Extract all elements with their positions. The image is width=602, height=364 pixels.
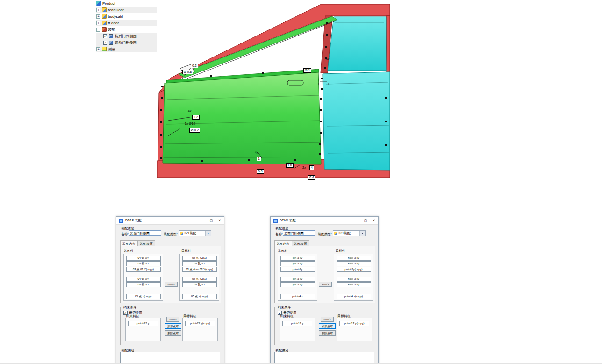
gdt-callout: Ø 0.2 bbox=[189, 128, 200, 133]
assembly-content-panel: 装配件 目标件 pin-3 xy pin-3 xy point-2y pin-3… bbox=[274, 246, 375, 303]
tree-item-rear-door[interactable]: + rear Door bbox=[96, 7, 157, 13]
maximize-button[interactable]: ▢ bbox=[361, 217, 370, 224]
tree-item-assembly-front-door[interactable]: 装前门到侧围 bbox=[96, 39, 157, 46]
chevron-down-icon[interactable] bbox=[205, 231, 211, 236]
list-item[interactable]: 04 销 XY bbox=[126, 256, 161, 261]
expand-icon[interactable]: + bbox=[96, 8, 100, 12]
expand-icon[interactable]: + bbox=[96, 21, 100, 25]
chevron-down-icon[interactable] bbox=[359, 231, 365, 236]
tree-item-measure[interactable]: + 测量 bbox=[96, 46, 157, 52]
swap-button[interactable]: <----> bbox=[166, 317, 179, 322]
list-item[interactable]: 03 点 door 03 Y(copy) bbox=[182, 267, 217, 272]
delete-pair-button[interactable]: 删除点对 bbox=[319, 330, 336, 336]
list-item[interactable]: point-17 y bbox=[282, 321, 312, 326]
assembly-content-panel: 装配件 目标件 04 销 XY 04 销 YZ 03 点 03 Y(copy) … bbox=[120, 246, 221, 303]
constraint-feature-list[interactable]: point-17 y bbox=[280, 318, 315, 341]
swap-button[interactable]: <----> bbox=[165, 282, 178, 287]
maximize-button[interactable]: ▢ bbox=[207, 217, 215, 224]
minimize-button[interactable]: — bbox=[199, 217, 207, 224]
list-item[interactable]: point-17 y(copy) bbox=[339, 321, 369, 326]
assembly-icon bbox=[102, 27, 107, 32]
tree-item-label: rear Door bbox=[108, 8, 124, 12]
minimize-button[interactable]: — bbox=[353, 217, 361, 224]
type-label: 装配类型: bbox=[164, 232, 178, 236]
list-item[interactable]: point-22 y(copy) bbox=[185, 321, 215, 326]
expand-icon[interactable]: + bbox=[96, 47, 100, 51]
list-item[interactable]: pin-3 xy bbox=[280, 277, 315, 282]
list-item[interactable]: 04 销 XY bbox=[126, 277, 161, 282]
add-pair-button[interactable]: 添加点对 bbox=[165, 323, 181, 329]
cad-viewport[interactable] bbox=[154, 4, 390, 180]
assembly-feature-icon bbox=[109, 41, 113, 45]
dialog-titlebar[interactable]: DTAS-装配 — ▢ ✕ bbox=[116, 217, 224, 225]
assembly-parts-label: 装配件 bbox=[278, 249, 288, 253]
checkbox-checked-icon[interactable] bbox=[103, 34, 108, 38]
tree-item-assembly-rear-door[interactable]: 装后门到侧围 bbox=[96, 33, 157, 39]
tree-item-label: bodysaid bbox=[108, 14, 123, 19]
tab-assembly-content[interactable]: 装配内容 bbox=[274, 240, 292, 246]
list-item[interactable]: 04 孔 YZ bbox=[182, 282, 217, 287]
list-item[interactable]: point-2y(copy) bbox=[337, 267, 371, 272]
close-button[interactable]: ✕ bbox=[370, 217, 378, 224]
list-item[interactable]: hole-3 xy bbox=[337, 282, 371, 287]
close-button[interactable]: ✕ bbox=[215, 217, 224, 224]
measure-icon bbox=[102, 47, 107, 51]
specification-tree: Product + rear Door + bodysaid + fr door… bbox=[96, 0, 157, 52]
list-item[interactable]: 04 孔 YZ(1) bbox=[182, 256, 217, 261]
swap-button[interactable]: <----> bbox=[319, 282, 332, 287]
list-item[interactable]: hole-3 xy bbox=[337, 277, 371, 282]
swap-button[interactable]: <----> bbox=[321, 317, 334, 322]
expand-icon[interactable]: + bbox=[96, 14, 100, 19]
tree-root-product[interactable]: Product bbox=[96, 0, 157, 7]
list-item[interactable]: pin-3 xy bbox=[280, 261, 315, 266]
dialog-title: DTAS-装配 bbox=[125, 218, 199, 223]
list-item[interactable]: 04 孔 YZ bbox=[182, 261, 217, 266]
target-feature-list[interactable]: point-22 y(copy) bbox=[182, 318, 218, 341]
target-parts-list[interactable]: hole-3 xy hole-3 xy point-2y(copy) hole-… bbox=[334, 254, 373, 301]
constraint-feature-list[interactable]: point-22 y bbox=[125, 318, 161, 341]
list-item[interactable]: point-4 z(copy) bbox=[337, 294, 371, 299]
tree-item-label: 装前门到侧围 bbox=[115, 40, 137, 45]
assembly-parts-list[interactable]: 04 销 XY 04 销 YZ 03 点 03 Y(copy) 04 销 XY … bbox=[123, 254, 163, 301]
list-item[interactable]: pin-3 xy bbox=[280, 256, 315, 261]
tab-assembly-content[interactable]: 装配内容 bbox=[120, 240, 138, 246]
dialog-assembly-front-door: DTAS-装配 — ▢ ✕ 装配信息 名称: 装前门到侧围 装配类型: 321装… bbox=[270, 216, 379, 364]
checkbox-checked-icon[interactable] bbox=[103, 41, 108, 45]
list-item[interactable]: 05 点 z(copy) bbox=[126, 294, 161, 299]
gdt-callout: 1.6 bbox=[286, 163, 294, 168]
delete-pair-button[interactable]: 删除点对 bbox=[165, 330, 181, 336]
list-item[interactable]: point-4 z bbox=[280, 294, 315, 299]
add-pair-button[interactable]: 添加点对 bbox=[319, 323, 336, 329]
list-item[interactable]: 04 销 YZ bbox=[126, 282, 161, 287]
list-item[interactable]: 05 点 z(copy) bbox=[182, 294, 217, 299]
assembly-parts-list[interactable]: pin-3 xy pin-3 xy point-2y pin-3 xy pin-… bbox=[278, 254, 317, 301]
count-label: 6x bbox=[326, 57, 329, 61]
target-parts-list[interactable]: 04 孔 YZ(1) 04 孔 YZ 03 点 door 03 Y(copy) … bbox=[179, 254, 219, 301]
tree-item-assembly[interactable]: - 装配 bbox=[96, 26, 157, 33]
tree-item-bodysaid[interactable]: + bodysaid bbox=[96, 13, 157, 20]
list-item[interactable]: 04 孔 YZ(1) bbox=[182, 277, 217, 282]
dialog-titlebar[interactable]: DTAS-装配 — ▢ ✕ bbox=[271, 217, 378, 225]
gdt-callout: 0.8 bbox=[257, 169, 264, 174]
list-item[interactable]: pin-3 xy bbox=[280, 282, 315, 287]
collapse-icon[interactable]: - bbox=[96, 28, 100, 32]
list-item[interactable]: hole-3 xy bbox=[337, 261, 371, 266]
list-item[interactable]: hole-3 xy bbox=[337, 256, 371, 261]
tree-item-fr-door[interactable]: + fr door bbox=[96, 20, 157, 26]
target-feature-list[interactable]: point-17 y(copy) bbox=[337, 318, 372, 341]
type-label: 装配类型: bbox=[318, 232, 332, 236]
assembly-type-dropdown[interactable]: 321装配 bbox=[333, 230, 366, 236]
list-item[interactable]: 04 销 YZ bbox=[126, 261, 161, 266]
count-label: 2x bbox=[302, 166, 306, 170]
list-item[interactable]: 03 点 03 Y(copy) bbox=[126, 267, 161, 272]
gdt-callout: 4 bbox=[309, 165, 314, 170]
gdt-callout: 0.2 bbox=[191, 64, 198, 68]
assembly-type-dropdown[interactable]: 321装配 bbox=[179, 230, 211, 236]
part-icon bbox=[102, 14, 107, 19]
constraint-group: 约束条件 是否使用 约束特征 目标特征 point-22 y <----> 添加… bbox=[120, 307, 221, 345]
name-input[interactable]: 装前门到侧围 bbox=[283, 230, 315, 236]
list-item[interactable]: point-22 y bbox=[128, 321, 158, 326]
name-input[interactable]: 装后门到侧围 bbox=[129, 230, 161, 236]
dialog-assembly-rear-door: DTAS-装配 — ▢ ✕ 装配信息 名称: 装后门到侧围 装配类型: 321装… bbox=[116, 216, 224, 364]
list-item[interactable]: point-2y bbox=[280, 267, 315, 272]
